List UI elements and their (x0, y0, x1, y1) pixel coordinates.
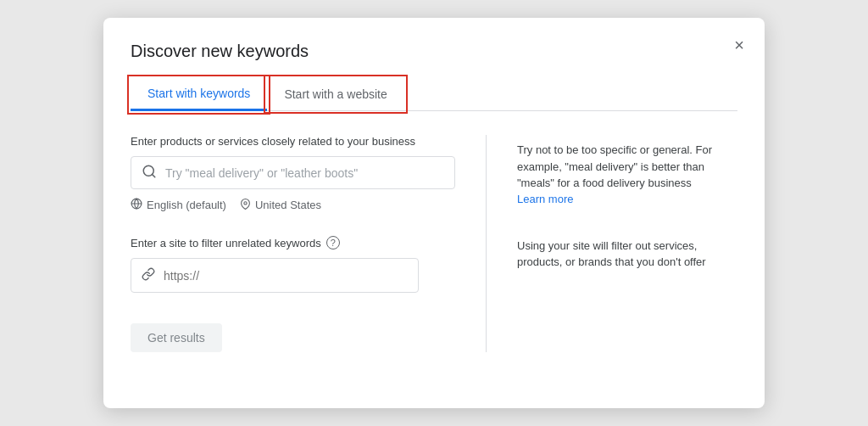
language-selector[interactable]: English (default) (131, 198, 226, 212)
svg-line-1 (152, 174, 154, 177)
search-icon (142, 164, 157, 182)
left-panel: Enter products or services closely relat… (131, 135, 455, 352)
country-selector[interactable]: United States (240, 199, 321, 212)
tab-keywords[interactable]: Start with keywords (131, 78, 267, 111)
close-button[interactable]: × (731, 33, 748, 57)
site-field-label-text: Enter a site to filter unrelated keyword… (131, 237, 321, 249)
tab-website[interactable]: Start with a website (267, 78, 403, 110)
site-hint-text: Using your site will filter out services… (517, 238, 737, 271)
footer-row: Get results (131, 323, 455, 352)
right-keywords-hint: Try not to be too specific or general. F… (517, 138, 737, 229)
country-label: United States (255, 199, 321, 211)
link-icon (142, 267, 155, 283)
keywords-hint-text: Try not to be too specific or general. F… (517, 138, 737, 192)
url-input-wrapper (131, 258, 419, 293)
keywords-search-input[interactable] (165, 166, 444, 180)
language-label: English (default) (147, 199, 226, 211)
modal-title: Discover new keywords (131, 42, 737, 61)
right-sections: Try not to be too specific or general. F… (517, 138, 737, 271)
svg-point-4 (244, 201, 247, 204)
vertical-divider (486, 135, 487, 352)
right-panel: Try not to be too specific or general. F… (517, 135, 737, 352)
learn-more-link[interactable]: Learn more (517, 193, 573, 205)
language-icon (131, 198, 142, 212)
get-results-button[interactable]: Get results (131, 323, 222, 352)
meta-row: English (default) United States (131, 198, 455, 212)
site-field-label-row: Enter a site to filter unrelated keyword… (131, 236, 455, 249)
tab-bar: Start with keywords Start with a website (131, 78, 737, 111)
url-input[interactable] (164, 269, 408, 283)
help-icon[interactable]: ? (326, 236, 340, 249)
keywords-field-label: Enter products or services closely relat… (131, 135, 455, 148)
location-icon (240, 199, 251, 212)
modal-container: Discover new keywords × Start with keywo… (103, 18, 765, 408)
right-site-hint: Using your site will filter out services… (517, 229, 737, 271)
content-area: Enter products or services closely relat… (131, 135, 737, 352)
search-input-wrapper (131, 156, 455, 189)
